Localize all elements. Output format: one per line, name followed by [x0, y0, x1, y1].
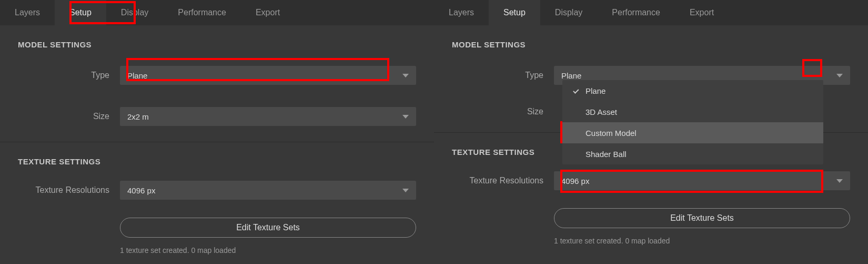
type-label: Type [434, 71, 554, 80]
tab-display[interactable]: Display [540, 0, 597, 25]
chevron-down-icon [402, 115, 409, 119]
chevron-down-icon [836, 179, 843, 183]
dropdown-item-label: Custom Model [586, 129, 637, 138]
type-select[interactable]: Plane [120, 66, 416, 85]
tab-bar: Layers Setup Display Performance Export [0, 0, 434, 25]
left-panel: Layers Setup Display Performance Export … [0, 0, 434, 264]
size-select[interactable]: 2x2 m [120, 107, 416, 126]
dropdown-item-shader-ball[interactable]: Shader Ball [562, 143, 823, 164]
tab-export[interactable]: Export [241, 0, 295, 25]
texres-label: Texture Resolutions [0, 185, 120, 195]
tab-layers[interactable]: Layers [434, 0, 489, 25]
texres-value: 4096 px [561, 177, 589, 185]
edit-texture-sets-button[interactable]: Edit Texture Sets [120, 218, 416, 238]
status-text: 1 texture set created. 0 map loaded [554, 237, 670, 245]
type-value: Plane [127, 71, 147, 80]
dropdown-item-plane[interactable]: Plane [562, 80, 823, 101]
tab-bar: Layers Setup Display Performance Export [434, 0, 868, 25]
tab-setup[interactable]: Setup [489, 0, 540, 25]
texres-value: 4096 px [127, 186, 155, 195]
dropdown-item-label: Shader Ball [586, 150, 627, 159]
tab-display[interactable]: Display [106, 0, 163, 25]
tab-performance[interactable]: Performance [163, 0, 241, 25]
texture-settings-header: TEXTURE SETTINGS [0, 142, 434, 170]
chevron-down-icon [836, 74, 843, 77]
model-settings-header: MODEL SETTINGS [434, 25, 868, 53]
dropdown-item-label: 3D Asset [586, 107, 617, 116]
size-label: Size [0, 112, 120, 121]
tab-performance[interactable]: Performance [597, 0, 675, 25]
chevron-down-icon [402, 74, 409, 77]
size-label: Size [434, 107, 554, 116]
tab-export[interactable]: Export [675, 0, 729, 25]
dropdown-item-label: Plane [586, 86, 605, 95]
edit-texture-sets-button[interactable]: Edit Texture Sets [554, 208, 850, 228]
size-value: 2x2 m [127, 112, 149, 121]
check-icon [572, 86, 580, 95]
type-label: Type [0, 71, 120, 80]
right-panel: Layers Setup Display Performance Export … [434, 0, 868, 264]
dropdown-item-custom-model[interactable]: Custom Model [562, 122, 823, 143]
tab-layers[interactable]: Layers [0, 0, 55, 25]
type-value: Plane [561, 71, 581, 80]
model-settings-header: MODEL SETTINGS [0, 25, 434, 53]
texres-label: Texture Resolutions [434, 176, 554, 185]
chevron-down-icon [402, 189, 409, 192]
tab-setup[interactable]: Setup [55, 0, 106, 25]
type-dropdown: Plane 3D Asset Custom Model Shader Ball [562, 80, 823, 164]
dropdown-item-3d-asset[interactable]: 3D Asset [562, 101, 823, 122]
status-text: 1 texture set created. 0 map loaded [120, 246, 236, 255]
texres-select[interactable]: 4096 px [120, 181, 416, 200]
texres-select[interactable]: 4096 px [554, 171, 850, 190]
